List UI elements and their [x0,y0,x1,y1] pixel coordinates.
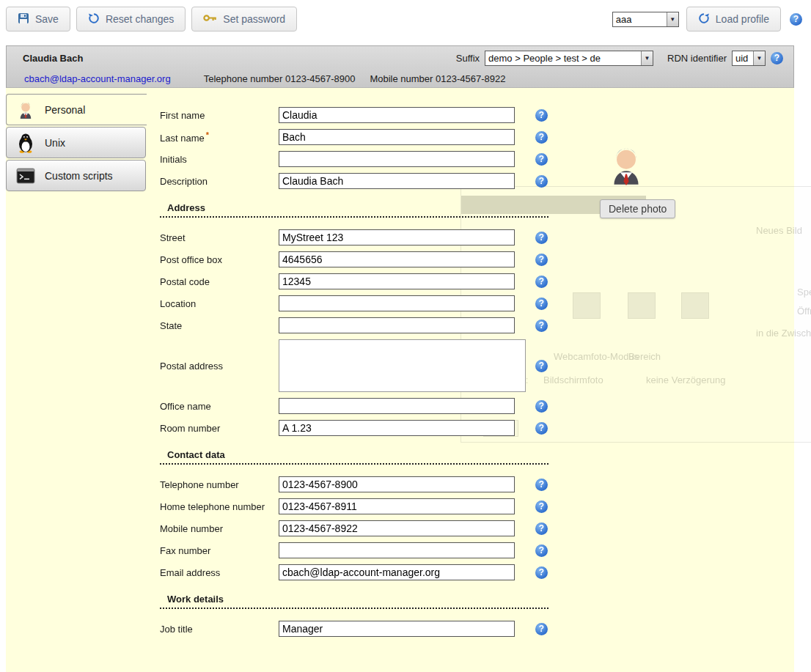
ghost-text: Bereich [628,351,661,362]
rdn-select-value: uid [733,51,753,65]
help-icon[interactable]: ? [535,109,548,122]
form-row: Street ? [160,229,557,245]
form-row: Location ? [160,295,557,311]
form-row: Description ? [160,173,557,189]
help-icon[interactable]: ? [535,232,548,244]
help-icon[interactable]: ? [535,254,548,266]
ghost-button [628,292,656,319]
form-row: Initials ? [160,151,557,167]
account-header-row2: cbach@ldap-account-manager.org Telephone… [7,70,793,88]
rdn-identifier-label: RDN identifier [667,53,727,64]
ghost-button [573,292,601,319]
help-icon[interactable]: ? [535,566,548,579]
state-label: State [160,320,279,331]
load-profile-button[interactable]: Load profile [686,7,781,32]
tab-personal[interactable]: Personal [6,94,147,125]
save-button[interactable]: Save [6,7,70,32]
chevron-down-icon: ▼ [753,51,765,65]
account-header: Claudia Bach Suffix demo > People > test… [6,45,794,88]
form-row: Last name* ? [160,129,557,145]
help-icon[interactable]: ? [771,52,783,64]
account-email-link[interactable]: cbach@ldap-account-manager.org [24,73,171,84]
help-icon[interactable]: ? [535,544,548,557]
form-row: Post office box ? [160,251,557,267]
person-icon [15,100,36,120]
location-input[interactable] [279,295,515,311]
user-photo [609,144,644,188]
help-icon[interactable]: ? [790,13,802,26]
post-office-box-input[interactable] [279,251,515,267]
office-name-input[interactable] [279,398,515,414]
telephone-number-input[interactable] [279,476,515,492]
street-input[interactable] [279,229,515,245]
home-telephone-number-input[interactable] [279,498,515,514]
set-password-button[interactable]: Set password [191,7,297,32]
tab-custom-scripts[interactable]: Custom scripts [6,160,146,191]
ghost-text: Webcamfoto-Modus [554,351,639,362]
personal-form: First name ? Last name* ? Initials ? Des… [147,88,557,657]
section-title-contact-data: Contact data [160,449,548,465]
fax-number-label: Fax number [160,545,279,556]
initials-label: Initials [160,154,279,165]
description-label: Description [160,176,279,187]
job-title-label: Job title [160,624,279,635]
suffix-select[interactable]: demo > People > test > de ▼ [485,51,653,66]
suffix-label: Suffix [456,53,480,64]
tab-unix[interactable]: Unix [6,127,146,158]
header-controls: Suffix demo > People > test > de ▼ RDN i… [456,51,783,66]
form-row: Fax number ? [160,542,557,558]
section-title-work-details: Work details [160,594,548,609]
fax-number-input[interactable] [279,542,515,558]
help-icon[interactable]: ? [535,276,548,288]
help-icon[interactable]: ? [535,523,548,535]
home-telephone-number-label: Home telephone number [160,501,279,512]
form-row: Home telephone number ? [160,498,557,514]
help-icon[interactable]: ? [535,131,548,144]
help-icon[interactable]: ? [535,360,548,372]
help-icon[interactable]: ? [535,422,548,435]
form-row: Office name ? [160,398,557,414]
postal-code-input[interactable] [279,273,515,289]
location-label: Location [160,298,279,309]
description-input[interactable] [279,173,515,189]
account-telephone: Telephone number 0123-4567-8900 [204,73,356,84]
last-name-input[interactable] [279,129,515,145]
first-name-label: First name [160,110,279,121]
save-icon [18,12,29,26]
load-profile-label: Load profile [716,13,769,25]
form-row: Telephone number ? [160,476,557,492]
tux-penguin-icon [15,133,36,153]
help-icon[interactable]: ? [535,623,548,635]
account-name: Claudia Bach [23,53,83,64]
mobile-number-input[interactable] [279,520,515,536]
account-mobile: Mobile number 0123-4567-8922 [370,73,505,84]
first-name-input[interactable] [279,107,515,123]
help-icon[interactable]: ? [535,400,548,413]
tab-content-area: Neues Bild Speichern Öffnen in die Zwisc… [6,88,794,672]
initials-input[interactable] [279,151,515,167]
help-icon[interactable]: ? [535,298,548,310]
help-icon[interactable]: ? [535,501,548,513]
help-icon[interactable]: ? [535,153,548,166]
help-icon[interactable]: ? [535,320,548,332]
help-icon[interactable]: ? [535,175,548,188]
ghost-button [681,292,709,319]
postal-address-textarea[interactable] [279,339,526,392]
account-header-row1: Claudia Bach Suffix demo > People > test… [7,46,793,70]
user-photo-block: Delete photo [600,144,680,218]
profile-select[interactable]: aaa ▼ [612,12,679,27]
tab-custom-scripts-label: Custom scripts [45,170,113,182]
delete-photo-button[interactable]: Delete photo [600,199,675,218]
state-input[interactable] [279,317,515,333]
ghost-text: keine Verzögerung [646,374,725,385]
email-address-input[interactable] [279,564,515,580]
job-title-input[interactable] [279,621,515,637]
tab-personal-label: Personal [45,104,85,116]
rdn-identifier-select[interactable]: uid ▼ [732,51,766,66]
room-number-input[interactable] [279,420,515,436]
ghost-text: Öffnen [797,306,811,317]
reset-changes-button[interactable]: Reset changes [76,7,186,32]
ghost-text: Speichern [797,287,811,298]
help-icon[interactable]: ? [535,479,548,491]
module-tabs: Personal Unix Custom scripts [6,94,147,191]
